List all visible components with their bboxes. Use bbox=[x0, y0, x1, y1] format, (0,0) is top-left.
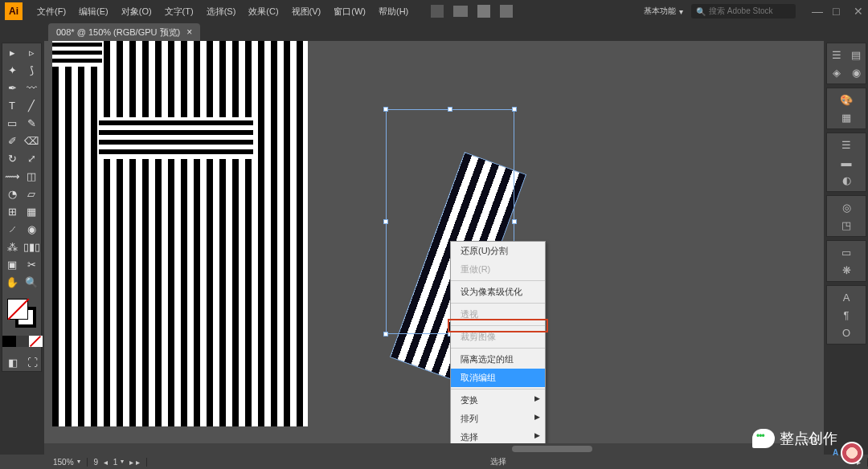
menu-file[interactable]: 文件(F) bbox=[31, 6, 72, 18]
canvas[interactable] bbox=[44, 41, 824, 453]
draw-mode[interactable]: ◧ bbox=[2, 353, 23, 371]
ctx-undo[interactable]: 还原(U)分割 bbox=[451, 242, 545, 260]
window-minimize[interactable]: — bbox=[812, 6, 821, 16]
selection-handle[interactable] bbox=[512, 219, 517, 224]
scale-tool[interactable]: ⤢ bbox=[22, 149, 41, 167]
properties-panel-icon[interactable]: ☰ bbox=[827, 46, 846, 63]
zoom-level[interactable]: 150%▾ bbox=[47, 458, 88, 467]
menu-window[interactable]: 窗口(W) bbox=[327, 6, 372, 18]
gradient-tool[interactable]: ▦ bbox=[22, 202, 41, 220]
pen-tool[interactable]: ✒ bbox=[2, 79, 22, 96]
document-tab[interactable]: 008* @ 150% (RGB/GPU 预览) × bbox=[48, 23, 200, 41]
menubar-icon-arrange[interactable] bbox=[477, 5, 490, 18]
stroke-panel-icon[interactable]: ☰ bbox=[827, 136, 866, 153]
rectangle-tool[interactable]: ▭ bbox=[2, 114, 22, 132]
free-transform-tool[interactable]: ◫ bbox=[22, 167, 41, 185]
menu-effect[interactable]: 效果(C) bbox=[242, 6, 285, 18]
menubar-icon-send[interactable] bbox=[500, 5, 513, 18]
selection-handle[interactable] bbox=[383, 332, 388, 336]
artboard-background bbox=[52, 41, 308, 426]
selection-handle[interactable] bbox=[383, 219, 388, 224]
fill-swatch[interactable] bbox=[7, 299, 28, 320]
width-tool[interactable]: ⟿ bbox=[2, 167, 22, 185]
character-panel-icon[interactable]: A bbox=[827, 288, 866, 306]
window-close[interactable]: ✕ bbox=[854, 6, 863, 16]
libraries-panel-icon[interactable]: ▤ bbox=[846, 46, 866, 63]
screen-mode[interactable]: ⛶ bbox=[23, 353, 43, 371]
zoom-tool[interactable]: 🔍 bbox=[22, 273, 41, 291]
mesh-tool[interactable]: ⊞ bbox=[2, 202, 22, 220]
ctx-separator bbox=[451, 325, 545, 326]
menu-help[interactable]: 帮助(H) bbox=[372, 6, 415, 18]
appearance-panel-icon[interactable]: ◎ bbox=[827, 198, 866, 216]
opentype-panel-icon[interactable]: O bbox=[827, 324, 866, 341]
menu-view[interactable]: 视图(V) bbox=[285, 6, 328, 18]
tab-close-button[interactable]: × bbox=[186, 27, 192, 38]
selection-handle[interactable] bbox=[448, 107, 452, 112]
blend-tool[interactable]: ◉ bbox=[22, 220, 41, 238]
rotate-tool[interactable]: ↻ bbox=[2, 149, 22, 167]
workspace-switcher[interactable]: 基本功能▾ bbox=[644, 6, 683, 17]
layers-panel-icon[interactable]: ◈ bbox=[827, 63, 846, 81]
type-tool[interactable]: T bbox=[2, 96, 22, 114]
hand-tool[interactable]: ✋ bbox=[2, 273, 22, 291]
eyedropper-tool[interactable]: ⟋ bbox=[2, 220, 22, 238]
paragraph-panel-icon[interactable]: ¶ bbox=[827, 306, 866, 324]
ctx-isolate[interactable]: 隔离选定的组 bbox=[451, 350, 545, 369]
menu-select[interactable]: 选择(S) bbox=[200, 6, 243, 18]
submenu-arrow-icon: ▶ bbox=[534, 394, 540, 402]
eraser-tool[interactable]: ⌫ bbox=[22, 132, 41, 149]
line-tool[interactable]: ╱ bbox=[22, 96, 41, 114]
swatches-panel-icon[interactable]: ▦ bbox=[827, 108, 866, 126]
direct-selection-tool[interactable]: ▹ bbox=[22, 43, 41, 61]
color-panel-icon[interactable]: 🎨 bbox=[827, 91, 866, 108]
graphic-styles-panel-icon[interactable]: ◳ bbox=[827, 216, 866, 234]
menubar-icon-1[interactable] bbox=[431, 5, 444, 18]
transparency-panel-icon[interactable]: ◐ bbox=[827, 171, 866, 189]
menubar-icon-st[interactable] bbox=[453, 6, 468, 17]
magic-wand-tool[interactable]: ✦ bbox=[2, 61, 22, 79]
ctx-ungroup[interactable]: 取消编组 bbox=[451, 369, 545, 387]
symbols-panel-icon[interactable]: ❋ bbox=[827, 261, 866, 279]
perspective-tool[interactable]: ▱ bbox=[22, 185, 41, 202]
color-mode-row bbox=[2, 336, 43, 349]
app-logo: Ai bbox=[5, 2, 23, 20]
status-bar: 150%▾ 9 ◂ 1▾ ▸ ▸ 选择 ▸ bbox=[0, 455, 868, 469]
gradient-panel-icon[interactable]: ▬ bbox=[827, 153, 866, 171]
graph-tool[interactable]: ▯▮▯ bbox=[22, 238, 41, 255]
menu-object[interactable]: 对象(O) bbox=[115, 6, 158, 18]
menu-edit[interactable]: 编辑(E) bbox=[72, 6, 115, 18]
curvature-tool[interactable]: 〰 bbox=[22, 79, 41, 96]
asset-panel-icon[interactable]: ◉ bbox=[846, 63, 866, 81]
watermark: 整点创作 bbox=[752, 429, 837, 448]
shape-builder-tool[interactable]: ◔ bbox=[2, 185, 22, 202]
window-maximize[interactable]: □ bbox=[833, 6, 842, 16]
screen-mode-row: ◧ ⛶ bbox=[2, 353, 43, 371]
horizontal-stripe-block-2 bbox=[99, 117, 253, 159]
horizontal-scrollbar[interactable] bbox=[44, 443, 824, 455]
color-mode-gradient[interactable] bbox=[16, 336, 30, 347]
artboard-tool[interactable]: ▣ bbox=[2, 255, 22, 273]
shaper-tool[interactable]: ✐ bbox=[2, 132, 22, 149]
ctx-arrange[interactable]: 排列▶ bbox=[451, 410, 545, 428]
slice-tool[interactable]: ✂ bbox=[22, 255, 41, 273]
color-mode-solid[interactable] bbox=[2, 336, 16, 347]
symbol-sprayer-tool[interactable]: ⁂ bbox=[2, 238, 22, 255]
adobe-stock-search[interactable]: 🔍搜索 Adobe Stock bbox=[691, 4, 796, 18]
artboard-nav[interactable]: 9 ◂ 1▾ ▸ ▸ bbox=[88, 458, 147, 467]
ctx-transform[interactable]: 变换▶ bbox=[451, 391, 545, 410]
avatar-badge bbox=[841, 442, 863, 464]
selection-tool[interactable]: ▸ bbox=[2, 43, 22, 61]
selection-handle[interactable] bbox=[512, 107, 517, 112]
brushes-panel-icon[interactable]: ▭ bbox=[827, 243, 866, 261]
horizontal-stripe-block-1 bbox=[52, 41, 102, 67]
lasso-tool[interactable]: ⟆ bbox=[22, 61, 41, 79]
menu-type[interactable]: 文字(T) bbox=[158, 6, 200, 18]
brush-tool[interactable]: ✎ bbox=[22, 114, 41, 132]
scroll-thumb[interactable] bbox=[512, 446, 592, 452]
search-icon: 🔍 bbox=[696, 7, 706, 16]
color-mode-none[interactable] bbox=[29, 336, 43, 347]
selection-handle[interactable] bbox=[383, 107, 388, 112]
ctx-pixel-perfect[interactable]: 设为像素级优化 bbox=[451, 283, 545, 301]
fill-stroke-indicator[interactable] bbox=[2, 297, 43, 332]
